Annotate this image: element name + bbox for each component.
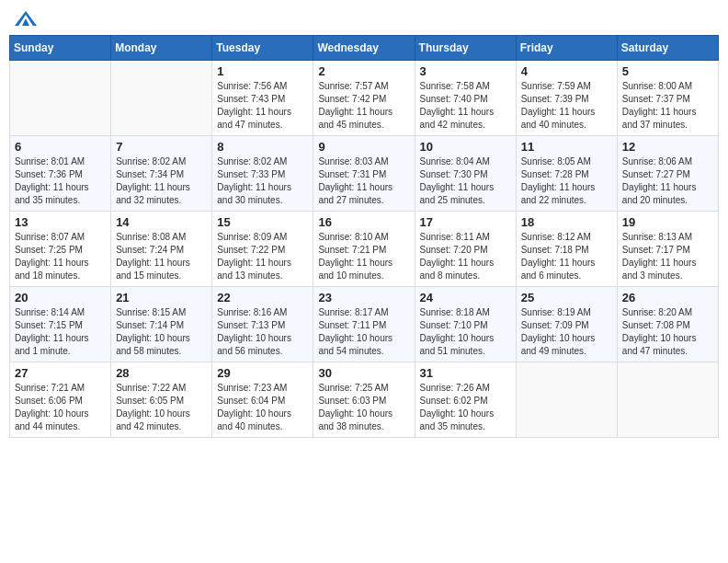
weekday-header-monday: Monday — [111, 36, 212, 61]
weekday-header-sunday: Sunday — [10, 36, 111, 61]
day-info: Sunrise: 8:02 AMSunset: 7:34 PMDaylight:… — [116, 155, 207, 207]
calendar-cell: 11Sunrise: 8:05 AMSunset: 7:28 PMDayligh… — [516, 136, 617, 212]
day-number: 30 — [318, 366, 409, 380]
day-info: Sunrise: 7:23 AMSunset: 6:04 PMDaylight:… — [217, 382, 308, 433]
day-info: Sunrise: 8:07 AMSunset: 7:25 PMDaylight:… — [15, 231, 106, 282]
calendar-cell: 5Sunrise: 8:00 AMSunset: 7:37 PMDaylight… — [617, 61, 718, 136]
day-info: Sunrise: 8:01 AMSunset: 7:36 PMDaylight:… — [15, 155, 106, 207]
calendar-cell: 10Sunrise: 8:04 AMSunset: 7:30 PMDayligh… — [415, 136, 516, 212]
day-number: 12 — [622, 140, 713, 154]
week-row-1: 1Sunrise: 7:56 AMSunset: 7:43 PMDaylight… — [10, 61, 719, 136]
day-number: 29 — [217, 366, 308, 380]
weekday-header-friday: Friday — [516, 36, 617, 61]
logo — [13, 9, 42, 28]
day-info: Sunrise: 7:21 AMSunset: 6:06 PMDaylight:… — [15, 382, 106, 433]
weekday-header-row: SundayMondayTuesdayWednesdayThursdayFrid… — [10, 36, 719, 61]
calendar-cell: 12Sunrise: 8:06 AMSunset: 7:27 PMDayligh… — [617, 136, 718, 212]
day-number: 5 — [622, 64, 713, 78]
day-info: Sunrise: 7:58 AMSunset: 7:40 PMDaylight:… — [420, 80, 511, 132]
day-info: Sunrise: 7:57 AMSunset: 7:42 PMDaylight:… — [318, 80, 409, 132]
day-number: 31 — [420, 366, 511, 380]
week-row-3: 13Sunrise: 8:07 AMSunset: 7:25 PMDayligh… — [10, 212, 719, 287]
day-number: 24 — [420, 291, 511, 304]
day-number: 14 — [116, 215, 207, 229]
day-number: 17 — [420, 215, 511, 229]
day-info: Sunrise: 8:17 AMSunset: 7:11 PMDaylight:… — [318, 306, 409, 358]
day-info: Sunrise: 8:16 AMSunset: 7:13 PMDaylight:… — [217, 306, 308, 358]
day-number: 25 — [521, 291, 612, 304]
day-number: 8 — [217, 140, 308, 154]
day-info: Sunrise: 8:00 AMSunset: 7:37 PMDaylight:… — [622, 80, 713, 132]
calendar-cell: 15Sunrise: 8:09 AMSunset: 7:22 PMDayligh… — [212, 212, 313, 287]
calendar-cell — [10, 61, 111, 136]
day-number: 23 — [318, 291, 409, 304]
day-info: Sunrise: 8:10 AMSunset: 7:21 PMDaylight:… — [318, 231, 409, 282]
calendar-cell — [516, 362, 617, 438]
week-row-4: 20Sunrise: 8:14 AMSunset: 7:15 PMDayligh… — [10, 287, 719, 362]
day-info: Sunrise: 8:03 AMSunset: 7:31 PMDaylight:… — [318, 155, 409, 207]
day-number: 20 — [15, 291, 106, 304]
day-number: 15 — [217, 215, 308, 229]
calendar-cell: 7Sunrise: 8:02 AMSunset: 7:34 PMDaylight… — [111, 136, 212, 212]
day-number: 18 — [521, 215, 612, 229]
calendar-cell: 22Sunrise: 8:16 AMSunset: 7:13 PMDayligh… — [212, 287, 313, 362]
day-number: 10 — [420, 140, 511, 154]
day-info: Sunrise: 7:59 AMSunset: 7:39 PMDaylight:… — [521, 80, 612, 132]
weekday-header-thursday: Thursday — [415, 36, 516, 61]
calendar-cell: 26Sunrise: 8:20 AMSunset: 7:08 PMDayligh… — [617, 287, 718, 362]
day-info: Sunrise: 8:06 AMSunset: 7:27 PMDaylight:… — [622, 155, 713, 207]
day-number: 11 — [521, 140, 612, 154]
calendar-cell: 2Sunrise: 7:57 AMSunset: 7:42 PMDaylight… — [313, 61, 415, 136]
day-number: 6 — [15, 140, 106, 154]
calendar-cell: 23Sunrise: 8:17 AMSunset: 7:11 PMDayligh… — [313, 287, 415, 362]
day-number: 21 — [116, 291, 207, 304]
calendar-cell: 6Sunrise: 8:01 AMSunset: 7:36 PMDaylight… — [10, 136, 111, 212]
day-info: Sunrise: 8:14 AMSunset: 7:15 PMDaylight:… — [15, 306, 106, 358]
day-number: 26 — [622, 291, 713, 304]
day-number: 19 — [622, 215, 713, 229]
day-info: Sunrise: 7:56 AMSunset: 7:43 PMDaylight:… — [217, 80, 308, 132]
calendar-cell: 27Sunrise: 7:21 AMSunset: 6:06 PMDayligh… — [10, 362, 111, 438]
day-info: Sunrise: 8:13 AMSunset: 7:17 PMDaylight:… — [622, 231, 713, 282]
calendar-cell — [617, 362, 718, 438]
day-info: Sunrise: 8:12 AMSunset: 7:18 PMDaylight:… — [521, 231, 612, 282]
calendar-cell: 18Sunrise: 8:12 AMSunset: 7:18 PMDayligh… — [516, 212, 617, 287]
calendar-cell: 29Sunrise: 7:23 AMSunset: 6:04 PMDayligh… — [212, 362, 313, 438]
day-number: 4 — [521, 64, 612, 78]
day-info: Sunrise: 7:22 AMSunset: 6:05 PMDaylight:… — [116, 382, 207, 433]
calendar-cell: 28Sunrise: 7:22 AMSunset: 6:05 PMDayligh… — [111, 362, 212, 438]
day-info: Sunrise: 7:25 AMSunset: 6:03 PMDaylight:… — [318, 382, 409, 433]
day-number: 9 — [318, 140, 409, 154]
day-number: 3 — [420, 64, 511, 78]
calendar-cell: 13Sunrise: 8:07 AMSunset: 7:25 PMDayligh… — [10, 212, 111, 287]
day-number: 13 — [15, 215, 106, 229]
calendar-cell: 3Sunrise: 7:58 AMSunset: 7:40 PMDaylight… — [415, 61, 516, 136]
calendar-cell: 25Sunrise: 8:19 AMSunset: 7:09 PMDayligh… — [516, 287, 617, 362]
logo-icon — [13, 9, 39, 28]
weekday-header-wednesday: Wednesday — [313, 36, 415, 61]
day-info: Sunrise: 8:05 AMSunset: 7:28 PMDaylight:… — [521, 155, 612, 207]
calendar-table: SundayMondayTuesdayWednesdayThursdayFrid… — [9, 35, 719, 438]
calendar-cell: 16Sunrise: 8:10 AMSunset: 7:21 PMDayligh… — [313, 212, 415, 287]
calendar-cell: 19Sunrise: 8:13 AMSunset: 7:17 PMDayligh… — [617, 212, 718, 287]
day-number: 2 — [318, 64, 409, 78]
day-info: Sunrise: 7:26 AMSunset: 6:02 PMDaylight:… — [420, 382, 511, 433]
calendar-cell: 1Sunrise: 7:56 AMSunset: 7:43 PMDaylight… — [212, 61, 313, 136]
calendar-cell: 30Sunrise: 7:25 AMSunset: 6:03 PMDayligh… — [313, 362, 415, 438]
week-row-2: 6Sunrise: 8:01 AMSunset: 7:36 PMDaylight… — [10, 136, 719, 212]
day-number: 7 — [116, 140, 207, 154]
day-info: Sunrise: 8:18 AMSunset: 7:10 PMDaylight:… — [420, 306, 511, 358]
calendar-cell: 20Sunrise: 8:14 AMSunset: 7:15 PMDayligh… — [10, 287, 111, 362]
calendar-cell: 31Sunrise: 7:26 AMSunset: 6:02 PMDayligh… — [415, 362, 516, 438]
day-number: 28 — [116, 366, 207, 380]
day-number: 22 — [217, 291, 308, 304]
calendar-cell: 8Sunrise: 8:02 AMSunset: 7:33 PMDaylight… — [212, 136, 313, 212]
day-info: Sunrise: 8:11 AMSunset: 7:20 PMDaylight:… — [420, 231, 511, 282]
day-info: Sunrise: 8:09 AMSunset: 7:22 PMDaylight:… — [217, 231, 308, 282]
day-info: Sunrise: 8:08 AMSunset: 7:24 PMDaylight:… — [116, 231, 207, 282]
calendar-cell: 9Sunrise: 8:03 AMSunset: 7:31 PMDaylight… — [313, 136, 415, 212]
day-info: Sunrise: 8:15 AMSunset: 7:14 PMDaylight:… — [116, 306, 207, 358]
calendar-cell: 21Sunrise: 8:15 AMSunset: 7:14 PMDayligh… — [111, 287, 212, 362]
day-info: Sunrise: 8:04 AMSunset: 7:30 PMDaylight:… — [420, 155, 511, 207]
weekday-header-saturday: Saturday — [617, 36, 718, 61]
